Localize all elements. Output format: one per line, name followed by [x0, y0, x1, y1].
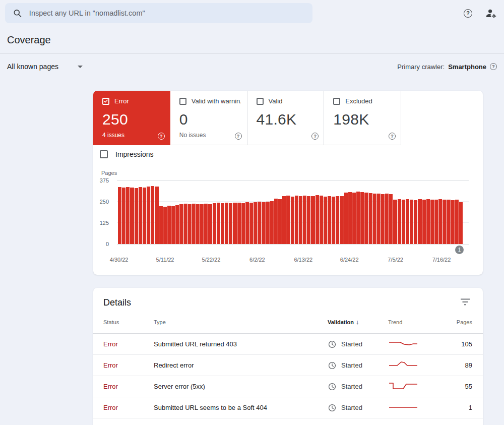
- chart-bar[interactable]: [274, 199, 278, 244]
- chart-bar[interactable]: [241, 203, 245, 244]
- chart-bar[interactable]: [303, 196, 306, 244]
- checkbox-unchecked-icon[interactable]: [100, 150, 108, 158]
- chart-bar[interactable]: [402, 200, 405, 244]
- help-icon[interactable]: ?: [311, 133, 319, 140]
- chart-bar[interactable]: [135, 188, 138, 244]
- chart-bar[interactable]: [221, 203, 224, 244]
- details-table-row[interactable]: ErrorSubmitted URL returned 403Started10…: [93, 334, 483, 355]
- chart-bar[interactable]: [373, 194, 376, 244]
- chart-bar[interactable]: [167, 206, 171, 244]
- chart-bar[interactable]: [316, 195, 319, 244]
- help-icon[interactable]: ?: [158, 133, 165, 140]
- help-icon[interactable]: ?: [389, 133, 396, 140]
- chart-scroll-badge[interactable]: 1: [455, 246, 464, 254]
- chart-bar[interactable]: [179, 204, 183, 244]
- chart-bar[interactable]: [163, 207, 167, 244]
- chart-bar[interactable]: [151, 186, 154, 244]
- column-header-status[interactable]: Status: [103, 319, 154, 325]
- chart-bar[interactable]: [208, 204, 212, 244]
- chart-bar[interactable]: [332, 197, 335, 244]
- chart-bar[interactable]: [393, 200, 397, 244]
- details-table-row[interactable]: ErrorRedirect errorStarted89: [93, 355, 483, 376]
- chart-bar[interactable]: [175, 205, 179, 244]
- chart-bar[interactable]: [155, 187, 158, 244]
- chart-bar[interactable]: [443, 200, 446, 244]
- chart-bar[interactable]: [426, 199, 430, 244]
- chart-bar[interactable]: [118, 187, 121, 244]
- chart-bar[interactable]: [438, 199, 442, 244]
- chart-bar[interactable]: [320, 196, 323, 244]
- column-header-trend[interactable]: Trend: [388, 319, 441, 325]
- chart-bar[interactable]: [455, 200, 459, 244]
- chart-bar[interactable]: [147, 187, 150, 244]
- chart-bar[interactable]: [377, 194, 381, 244]
- chart-bar[interactable]: [200, 204, 204, 244]
- checkbox-unchecked-icon[interactable]: [257, 98, 264, 105]
- help-icon[interactable]: ?: [235, 133, 242, 140]
- chart-bar[interactable]: [217, 203, 220, 244]
- status-card-valid[interactable]: Valid 41.6K ?: [247, 91, 325, 145]
- help-icon[interactable]: ?: [490, 63, 497, 70]
- details-table-row[interactable]: ErrorSubmitted URL seems to be a Soft 40…: [93, 397, 483, 418]
- chart-bar[interactable]: [262, 202, 265, 244]
- chart-bar[interactable]: [381, 194, 385, 244]
- chart-bar[interactable]: [364, 193, 368, 244]
- chart-bar[interactable]: [204, 204, 208, 244]
- chart-bar[interactable]: [434, 200, 438, 244]
- status-card-error[interactable]: Error 250 4 issues ?: [93, 91, 170, 145]
- chart-bar[interactable]: [414, 200, 417, 244]
- chart-bar[interactable]: [385, 194, 389, 244]
- chart-bar[interactable]: [237, 203, 241, 244]
- chart-bar[interactable]: [266, 202, 270, 244]
- chart-bar[interactable]: [389, 194, 393, 244]
- filter-icon[interactable]: [460, 297, 471, 309]
- chart-bar[interactable]: [291, 197, 294, 244]
- manage-accounts-icon[interactable]: [485, 8, 497, 19]
- chart-bar[interactable]: [360, 192, 364, 244]
- chart-bar[interactable]: [410, 200, 413, 244]
- chart-bar[interactable]: [356, 192, 360, 244]
- chart-bar[interactable]: [229, 203, 232, 244]
- chart-bar[interactable]: [344, 193, 348, 244]
- chart-bar[interactable]: [159, 206, 163, 244]
- chart-bar[interactable]: [270, 201, 274, 244]
- chart-bar[interactable]: [311, 196, 314, 244]
- chart-bar[interactable]: [282, 196, 286, 244]
- chart-bar[interactable]: [406, 199, 409, 244]
- chart-bar[interactable]: [184, 204, 187, 244]
- chart-bar[interactable]: [225, 203, 228, 244]
- help-icon[interactable]: ?: [464, 9, 472, 18]
- chart-bar[interactable]: [418, 199, 421, 244]
- chart-bar[interactable]: [139, 187, 142, 244]
- chart-bar[interactable]: [447, 200, 451, 244]
- chart-bar[interactable]: [233, 203, 236, 244]
- url-inspect-search-bar[interactable]: [5, 3, 312, 23]
- chart-bar[interactable]: [422, 200, 426, 244]
- chart-bar[interactable]: [143, 188, 146, 244]
- chart-bar[interactable]: [340, 196, 343, 244]
- chart-bar[interactable]: [126, 187, 130, 244]
- chart-bar[interactable]: [369, 193, 372, 244]
- column-header-pages[interactable]: Pages: [441, 319, 472, 325]
- url-inspect-input[interactable]: [29, 9, 305, 17]
- chart-bar[interactable]: [254, 202, 257, 244]
- chart-bar[interactable]: [286, 196, 290, 244]
- status-card-excluded[interactable]: Excluded 198K ?: [324, 91, 401, 145]
- chart-bar[interactable]: [299, 196, 302, 244]
- chart-bar[interactable]: [192, 204, 196, 244]
- chart-bar[interactable]: [451, 200, 455, 244]
- chart-bar[interactable]: [171, 206, 175, 244]
- chart-bar[interactable]: [430, 200, 434, 244]
- chart-bar[interactable]: [307, 196, 310, 244]
- chart-bar[interactable]: [295, 196, 298, 244]
- chart-bar[interactable]: [122, 188, 125, 244]
- chart-bar[interactable]: [130, 188, 134, 244]
- column-header-type[interactable]: Type: [154, 319, 328, 325]
- chart-bar[interactable]: [352, 193, 356, 244]
- status-card-valid-with-warnings[interactable]: Valid with warnin... 0 No issues ?: [170, 91, 247, 145]
- chart-bar[interactable]: [459, 202, 463, 244]
- chart-bar[interactable]: [348, 192, 352, 244]
- chart-bar[interactable]: [213, 203, 216, 244]
- chart-bar[interactable]: [249, 203, 253, 244]
- checkbox-checked-icon[interactable]: [102, 98, 109, 105]
